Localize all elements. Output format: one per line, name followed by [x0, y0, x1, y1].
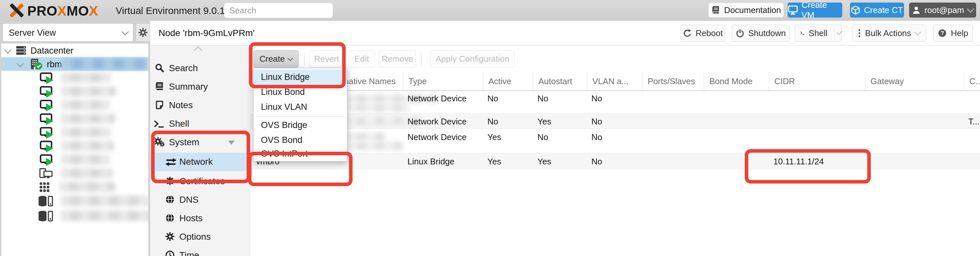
cell-autostart: No	[538, 132, 548, 142]
collapse-triangle-icon[interactable]	[228, 141, 235, 145]
nav-item-search[interactable]: Search	[150, 60, 250, 76]
menu-item-linux-vlan[interactable]: Linux VLAN	[254, 99, 347, 114]
resource-tree: Datacenter rbm	[1, 43, 148, 256]
column-header-active[interactable]: Active	[483, 72, 533, 90]
vm-running-icon	[40, 141, 54, 153]
view-selector[interactable]: Server View	[3, 23, 133, 41]
menu-item-ovs-bridge[interactable]: OVS Bridge	[254, 118, 347, 132]
remove-button[interactable]: Remove	[379, 50, 416, 68]
nav-item-time[interactable]: Time	[150, 247, 250, 256]
redacted-name	[348, 132, 385, 141]
note-icon	[155, 100, 164, 110]
nav-item-network[interactable]: Network	[150, 153, 250, 171]
redacted-node-name	[62, 59, 147, 69]
nav-item-hosts[interactable]: Hosts	[150, 210, 250, 226]
create-ct-button[interactable]: Create CT	[850, 3, 904, 17]
search-icon	[155, 63, 164, 73]
table-row[interactable]: Network Device No No No	[250, 91, 980, 114]
vm-running-icon	[40, 127, 54, 139]
column-header-comment[interactable]: C...	[964, 72, 980, 90]
chevron-down-icon	[967, 6, 974, 13]
cell-type: Network Device	[407, 132, 467, 142]
column-header-ports[interactable]: Ports/Slaves	[642, 72, 704, 90]
global-search-input[interactable]	[224, 3, 333, 18]
nav-item-options[interactable]: Options	[150, 229, 250, 245]
revert-button[interactable]: Revert	[309, 50, 344, 68]
table-row-vmbr0[interactable]: vmbr0 Linux Bridge Yes Yes No 10.11.11.1…	[250, 153, 980, 169]
redacted-name	[348, 142, 403, 150]
shutdown-button[interactable]: Shutdown	[732, 25, 789, 41]
tree-item-vm[interactable]	[1, 98, 148, 112]
apply-configuration-button[interactable]: Apply Configuration	[430, 50, 515, 68]
help-button[interactable]: Help	[933, 25, 973, 41]
menu-item-linux-bond[interactable]: Linux Bond	[254, 84, 347, 99]
tree-item-vm[interactable]	[1, 153, 148, 166]
tree-item-vm[interactable]	[1, 126, 148, 139]
shell-button[interactable]: Shell	[795, 25, 842, 41]
network-arrows-icon	[165, 157, 177, 167]
table-row[interactable]: Network Device Yes No No	[250, 129, 980, 153]
column-header-vlan[interactable]: VLAN a...	[587, 72, 642, 90]
menu-item-linux-bridge[interactable]: Linux Bridge	[254, 70, 347, 84]
vm-running-icon	[40, 100, 54, 111]
menu-item-ovs-bond[interactable]: OVS Bond	[254, 132, 347, 148]
table-row[interactable]: Network Device No Yes No T...	[250, 114, 980, 129]
column-header-gateway[interactable]: Gateway	[865, 72, 964, 90]
cell-type: Linux Bridge	[407, 157, 455, 167]
bulk-actions-button[interactable]: Bulk Actions	[852, 25, 926, 41]
cell-active: No	[487, 117, 498, 127]
tree-item-vm[interactable]	[1, 84, 148, 98]
globe-icon	[165, 213, 175, 223]
ellipsis-icon	[858, 29, 861, 38]
chevron-down-icon[interactable]	[17, 60, 24, 68]
menu-item-ovs-intport[interactable]: OVS IntPort	[254, 146, 347, 161]
nav-item-shell[interactable]: Shell	[150, 116, 250, 132]
nav-item-certificates[interactable]: Certificates	[150, 173, 250, 189]
globe-icon	[165, 195, 175, 204]
column-header-cidr[interactable]: CIDR	[769, 72, 865, 90]
tree-item-pool[interactable]	[1, 180, 148, 194]
menu-separator	[257, 116, 344, 117]
create-button[interactable]: Create	[253, 50, 299, 68]
clock-icon	[165, 250, 175, 256]
nav-item-notes[interactable]: Notes	[150, 97, 250, 113]
column-header-autostart[interactable]: Autostart	[533, 72, 587, 90]
vm-running-icon	[40, 113, 54, 125]
nav-item-dns[interactable]: DNS	[150, 192, 250, 208]
tree-item-vm[interactable]	[1, 112, 148, 126]
user-menu-button[interactable]: root@pam	[909, 3, 976, 17]
top-header: PROXMOX Virtual Environment 9.0.11 Docum…	[0, 0, 980, 21]
redacted-storage-name	[60, 196, 148, 206]
documentation-button[interactable]: Documentation	[708, 3, 784, 17]
tree-item-node-rbm[interactable]: rbm	[1, 57, 148, 71]
grid-icon	[39, 181, 50, 192]
terminal-icon	[800, 30, 805, 37]
nav-item-summary[interactable]: Summary	[150, 79, 250, 95]
cell-autostart: Yes	[538, 157, 551, 167]
cell-type: Network Device	[407, 94, 467, 103]
chevron-down-icon	[287, 55, 293, 61]
proxmox-app: PROXMOX Virtual Environment 9.0.11 Docum…	[0, 0, 980, 256]
tree-settings-button[interactable]	[136, 23, 150, 41]
column-header-type[interactable]: Type	[403, 72, 483, 90]
tree-item-datacenter[interactable]: Datacenter	[1, 43, 148, 57]
column-header-bondmode[interactable]: Bond Mode	[704, 72, 769, 90]
edit-button[interactable]: Edit	[348, 50, 375, 68]
tree-item-storage[interactable]	[1, 194, 148, 208]
tree-item-template[interactable]	[1, 166, 148, 180]
cell-cidr: 10.11.11.1/24	[773, 157, 824, 167]
cell-autostart: Yes	[538, 117, 551, 127]
reboot-icon	[683, 29, 692, 38]
template-icon	[39, 168, 53, 180]
gear-icon	[165, 232, 175, 242]
tree-item-vm[interactable]	[1, 71, 148, 84]
cell-vlan: No	[591, 117, 602, 127]
chevron-down-icon[interactable]	[4, 46, 12, 54]
nav-item-system[interactable]: System	[150, 134, 250, 150]
create-vm-button[interactable]: Create VM	[788, 3, 842, 17]
node-title: Node 'rbm-9GmLvPRm'	[159, 28, 255, 38]
tree-item-vm[interactable]	[1, 139, 148, 153]
reboot-button[interactable]: Reboot	[681, 25, 725, 41]
redacted-vm-name	[61, 141, 114, 151]
tree-item-storage[interactable]	[1, 208, 148, 223]
